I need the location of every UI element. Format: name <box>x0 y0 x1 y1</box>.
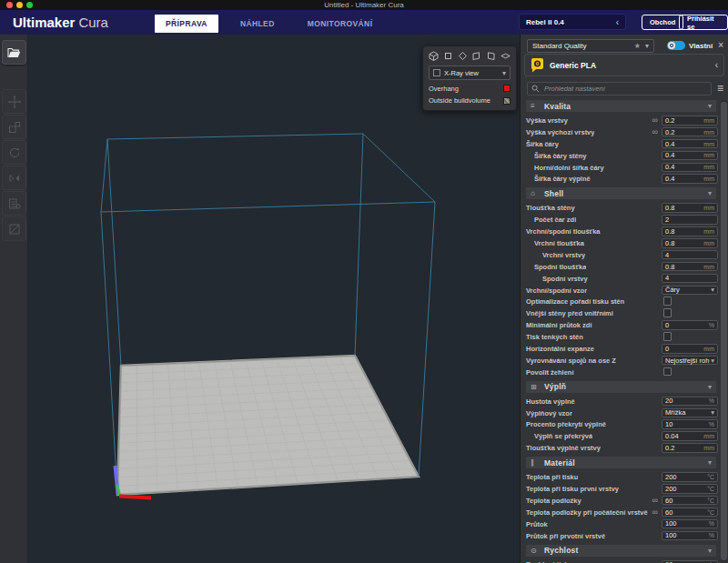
setting-dropdown[interactable]: Nejostřejší roh▾ <box>662 356 718 366</box>
setting-value-field[interactable]: 100% <box>662 531 718 541</box>
search-settings-input[interactable] <box>542 84 707 94</box>
link-icon: ∞ <box>652 495 658 507</box>
setting-row: Rychlost tisku60mm/s <box>521 559 720 563</box>
setting-value-field[interactable]: 0.04mm <box>662 431 718 441</box>
per-model-settings-tool-icon <box>7 196 22 211</box>
setting-unit: mm <box>703 117 714 124</box>
setting-unit: mm <box>703 240 714 246</box>
setting-value-field[interactable]: 60°C <box>662 508 718 518</box>
setting-label: Spodní tloušťka <box>521 263 586 271</box>
setting-value: 0.8 <box>665 239 674 247</box>
setting-value-field[interactable]: 2 <box>662 215 718 225</box>
tab-monitor[interactable]: MONITOROVÁNÍ <box>297 15 384 33</box>
setting-label: Tisk tenkých stěn <box>521 333 583 341</box>
setting-label: Teplota podložky při počáteční vrstvě <box>521 508 648 517</box>
view-front-icon[interactable] <box>443 51 453 61</box>
setting-value-field[interactable]: 0.8mm <box>662 226 718 236</box>
setting-dropdown[interactable]: Mřížka▾ <box>662 408 718 418</box>
legend-label: Outside buildvolume <box>429 96 490 105</box>
view-top-icon[interactable] <box>458 51 468 61</box>
section-header-material[interactable]: ∥Materiál▾ <box>526 457 716 468</box>
tab-preview[interactable]: NÁHLED <box>229 15 286 33</box>
setting-value-field[interactable]: 200°C <box>662 472 718 482</box>
infill-icon: ⊞ <box>531 383 544 391</box>
shell-icon: ⌂ <box>531 189 544 197</box>
section-header-shell[interactable]: ⌂Shell▾ <box>526 187 716 199</box>
setting-value-field[interactable]: 0.2mm <box>662 443 718 453</box>
setting-value-field[interactable]: 0% <box>662 320 718 330</box>
setting-checkbox[interactable] <box>663 308 672 317</box>
view-left-icon[interactable] <box>471 51 481 61</box>
section-header-rychlost[interactable]: ⊙Rychlost▾ <box>526 545 716 557</box>
view-mode-dropdown[interactable]: X-Ray view ▾ <box>429 65 511 80</box>
setting-unit: mm <box>703 176 714 182</box>
zoom-window-button[interactable] <box>26 2 33 8</box>
setting-row: Hustota výplně20% <box>521 396 720 407</box>
view-perspective-icon[interactable] <box>500 51 511 61</box>
close-panel-icon[interactable]: × <box>718 41 723 50</box>
sign-in-button[interactable]: Přihlásit se <box>679 15 728 30</box>
setting-row: Výška výchozí vrstvy∞0.2mm <box>521 126 720 138</box>
setting-value-field[interactable]: 0mm <box>662 344 718 354</box>
setting-value-field[interactable]: 0.2mm <box>662 116 718 126</box>
extruder-material-selector[interactable]: 0 Generic PLA ‹ <box>524 54 724 76</box>
open-file-button[interactable] <box>2 40 26 65</box>
setting-value-field[interactable]: 0.8mm <box>662 262 718 272</box>
setting-checkbox[interactable] <box>663 332 672 341</box>
setting-row: Minimální průtok zdi0% <box>521 319 720 331</box>
setting-value: 60 <box>665 508 672 517</box>
setting-row: Šířka čáry0.4mm <box>521 138 720 150</box>
setting-value-field[interactable]: 0.2mm <box>662 127 718 137</box>
setting-checkbox[interactable] <box>663 297 672 306</box>
section-header-vypln[interactable]: ⊞Výplň▾ <box>526 381 716 393</box>
setting-value-field[interactable]: 20% <box>662 397 718 407</box>
setting-value: 60 <box>665 497 672 505</box>
settings-menu-icon[interactable]: ≡ <box>717 83 723 94</box>
profile-dropdown[interactable]: Standard Quality ★ ▾ <box>527 39 654 53</box>
setting-value-field[interactable]: 4 <box>662 250 718 260</box>
chevron-down-icon: ▾ <box>708 189 712 197</box>
setting-value-field[interactable]: 0.8mm <box>662 238 718 248</box>
setting-unit: mm <box>703 164 714 170</box>
chevron-down-icon: ▾ <box>711 286 714 294</box>
x-axis-indicator <box>119 497 151 498</box>
setting-row: Teplota při tisku200°C <box>521 471 720 483</box>
custom-mode-label: Vlastní <box>689 42 713 50</box>
minimize-window-button[interactable] <box>16 2 23 8</box>
setting-value-field[interactable]: 0.4mm <box>662 139 718 149</box>
setting-value-field[interactable]: 0.4mm <box>662 151 718 161</box>
setting-value-field[interactable]: 200°C <box>662 484 718 494</box>
setting-value-field[interactable]: 0.4mm <box>662 174 718 184</box>
legend-swatch <box>503 97 511 105</box>
setting-row: Výplňový vzorMřížka▾ <box>521 407 720 419</box>
printer-selector[interactable]: Rebel II 0.4 ‹ <box>519 14 626 30</box>
marketplace-button[interactable]: Obchod <box>642 15 683 30</box>
tab-prepare[interactable]: PŘÍPRAVA <box>155 15 218 33</box>
setting-row: Vrchní/spodní vzorČáry▾ <box>521 285 720 297</box>
setting-value: 0.4 <box>665 175 674 183</box>
setting-row: Šířka čáry stěny0.4mm <box>521 150 720 162</box>
setting-value-field[interactable]: 0.8mm <box>662 203 718 213</box>
setting-row: Průtok100% <box>521 518 720 530</box>
setting-unit: % <box>709 421 714 427</box>
setting-value-field[interactable]: 0.4mm <box>662 163 718 173</box>
setting-value-field[interactable]: 10% <box>662 419 718 429</box>
setting-row: Průtok při prvotní vrstvě100% <box>521 530 720 542</box>
view-right-icon[interactable] <box>486 51 496 61</box>
setting-dropdown[interactable]: Čáry▾ <box>662 286 718 296</box>
custom-mode-toggle[interactable] <box>667 41 685 50</box>
setting-checkbox[interactable] <box>663 367 672 377</box>
app-logo: UltimakerCura <box>13 15 108 30</box>
viewport-3d[interactable] <box>27 35 520 563</box>
scale-tool-button <box>2 115 26 139</box>
setting-value-field[interactable]: 60°C <box>662 496 718 506</box>
setting-value-field[interactable]: 60mm/s <box>662 560 718 563</box>
print-setup-panel: Standard Quality ★ ▾ Vlastní × 0 Generic… <box>520 35 728 563</box>
section-header-kvalita[interactable]: ≡Kvalita▾ <box>526 100 716 112</box>
section-title: Kvalita <box>544 102 571 111</box>
setting-value-field[interactable]: 4 <box>662 274 718 284</box>
setting-value-field[interactable]: 100% <box>662 519 718 529</box>
scrollbar-thumb[interactable] <box>721 102 727 560</box>
close-window-button[interactable] <box>6 2 13 8</box>
view-3d-icon[interactable] <box>429 51 439 61</box>
